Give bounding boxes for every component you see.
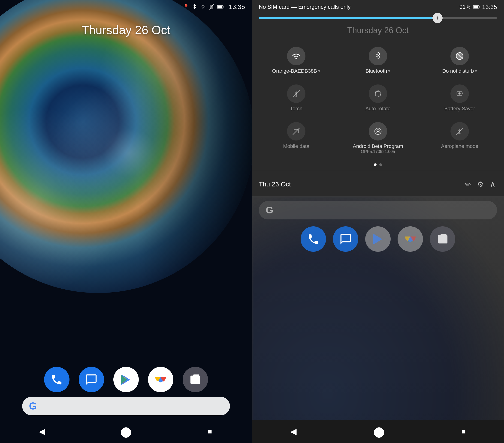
svg-rect-4 — [217, 6, 222, 8]
svg-rect-18 — [462, 93, 463, 94]
aeroplane-tile-icon — [450, 122, 469, 140]
tiles-row-3: Mobile data Android Beta Program OPP5.17… — [256, 118, 499, 158]
wifi-tile-icon — [287, 47, 306, 65]
right-status-right: 91% 13:35 — [459, 3, 497, 11]
left-status-bar: 📍 13:35 — [0, 0, 252, 14]
betaprogram-tile[interactable]: Android Beta Program OPP5.170921.005 — [338, 118, 418, 158]
bluetooth-tile-icon — [369, 47, 387, 65]
right-nav-bar: ◀ ⬤ ■ — [252, 420, 504, 443]
edit-notifications-button[interactable]: ✏ — [464, 179, 472, 190]
bluetooth-tile-chevron[interactable]: ▾ — [388, 68, 390, 74]
notification-shade: No SIM card — Emergency calls only 91% 1… — [252, 0, 504, 443]
shade-divider — [252, 171, 504, 171]
camera-app-icon[interactable] — [183, 367, 208, 392]
dnd-tile-chevron[interactable]: ▾ — [475, 68, 477, 74]
dnd-tile-label-row: Do not disturb ▾ — [442, 68, 477, 74]
search-bar-right[interactable]: G — [259, 201, 497, 220]
right-status-time: 13:35 — [482, 3, 497, 11]
google-g-left: G — [29, 400, 37, 412]
tiles-row-2: Torch Auto-rotate — [256, 80, 499, 115]
right-messages-icon[interactable] — [333, 226, 358, 252]
wifi-tile-label: Orange-BAEDB38B — [272, 68, 317, 74]
torch-tile-icon — [287, 85, 306, 103]
notification-header: Thu 26 Oct ✏ ⚙ ∧ — [252, 172, 504, 196]
phone-app-icon[interactable] — [44, 367, 70, 392]
home-button-left[interactable]: ⬤ — [117, 425, 135, 438]
wifi-icon-left — [200, 4, 206, 9]
tiles-row-1: Orange-BAEDB38B ▾ Bluetooth ▾ — [256, 42, 499, 78]
batterysaver-tile[interactable]: Battery Saver — [420, 80, 499, 115]
bluetooth-tile-label-row: Bluetooth ▾ — [366, 68, 390, 74]
betaprogram-tile-label: Android Beta Program — [353, 143, 403, 149]
page-dot-2 — [379, 163, 382, 166]
wifi-tile[interactable]: Orange-BAEDB38B ▾ — [256, 42, 336, 78]
svg-rect-14 — [295, 96, 297, 97]
wifi-tile-chevron[interactable]: ▾ — [318, 68, 320, 74]
right-status-bar: No SIM card — Emergency calls only 91% 1… — [252, 0, 504, 14]
recents-button-left[interactable]: ■ — [201, 425, 219, 438]
svg-rect-7 — [479, 6, 480, 8]
battery-icon-left — [217, 5, 224, 9]
home-screen: 📍 13:35 — [0, 0, 252, 443]
shade-date: Thursday 26 Oct — [252, 23, 504, 40]
messages-app-icon[interactable] — [79, 367, 104, 392]
battery-icon-right — [473, 5, 480, 9]
left-nav-bar: ◀ ⬤ ■ — [0, 420, 252, 443]
right-chrome-icon[interactable] — [397, 226, 423, 252]
location-icon: 📍 — [183, 4, 189, 10]
autorotate-tile-icon — [369, 85, 387, 103]
app-dock — [9, 367, 243, 392]
right-camera-icon[interactable] — [430, 226, 455, 252]
mobiledata-tile[interactable]: Mobile data — [256, 118, 336, 158]
svg-rect-8 — [473, 6, 478, 8]
page-dots — [252, 160, 504, 170]
autorotate-tile[interactable]: Auto-rotate — [338, 80, 418, 115]
svg-point-25 — [377, 131, 379, 132]
aeroplane-tile[interactable]: Aeroplane mode — [420, 118, 499, 158]
collapse-shade-button[interactable]: ∧ — [488, 178, 497, 191]
betaprogram-tile-sub: OPP5.170921.005 — [361, 149, 395, 154]
batterysaver-tile-label: Battery Saver — [444, 106, 475, 112]
brightness-thumb[interactable] — [432, 13, 443, 23]
search-bar-left[interactable]: G — [22, 397, 230, 415]
sim-status-text: No SIM card — Emergency calls only — [259, 4, 350, 10]
chrome-app-icon[interactable] — [148, 367, 173, 392]
status-icons: 📍 13:35 — [183, 3, 245, 11]
notification-date: Thu 26 Oct — [259, 181, 460, 188]
svg-rect-3 — [223, 6, 223, 8]
bluetooth-tile-label: Bluetooth — [366, 68, 387, 74]
home-date: Thursday 26 Oct — [0, 23, 252, 37]
svg-point-10 — [295, 58, 297, 59]
sim-off-icon — [209, 4, 214, 10]
betaprogram-tile-icon — [369, 122, 387, 140]
batterysaver-tile-icon — [450, 85, 469, 103]
earth-globe — [0, 0, 252, 293]
back-button-left[interactable]: ◀ — [33, 425, 51, 438]
home-button-right[interactable]: ⬤ — [364, 423, 394, 440]
notification-body: G — [252, 196, 504, 443]
playstore-app-icon[interactable] — [113, 367, 139, 392]
dnd-tile[interactable]: Do not disturb ▾ — [420, 42, 499, 78]
torch-tile[interactable]: Torch — [256, 80, 336, 115]
right-play-icon[interactable] — [365, 226, 391, 252]
left-status-time: 13:35 — [229, 3, 245, 11]
svg-rect-16 — [376, 91, 380, 96]
page-dot-1 — [374, 163, 377, 166]
bluetooth-icon — [192, 4, 197, 10]
notification-settings-button[interactable]: ⚙ — [476, 179, 485, 190]
app-dock-area: G — [0, 367, 252, 415]
back-button-right[interactable]: ◀ — [281, 424, 306, 439]
globe-shadow — [139, 0, 252, 293]
right-phone-icon[interactable] — [301, 226, 326, 252]
betaprogram-label-container: Android Beta Program OPP5.170921.005 — [353, 143, 403, 154]
right-dock — [252, 226, 504, 252]
recents-button-right[interactable]: ■ — [452, 425, 475, 438]
brightness-slider[interactable] — [259, 17, 497, 19]
bluetooth-tile[interactable]: Bluetooth ▾ — [338, 42, 418, 78]
mobiledata-tile-label: Mobile data — [283, 143, 309, 149]
svg-point-9 — [437, 17, 438, 19]
aeroplane-tile-label: Aeroplane mode — [441, 143, 478, 149]
quick-tiles: Orange-BAEDB38B ▾ Bluetooth ▾ — [252, 40, 504, 160]
dnd-tile-label: Do not disturb — [442, 68, 474, 74]
brightness-row[interactable] — [252, 14, 504, 23]
